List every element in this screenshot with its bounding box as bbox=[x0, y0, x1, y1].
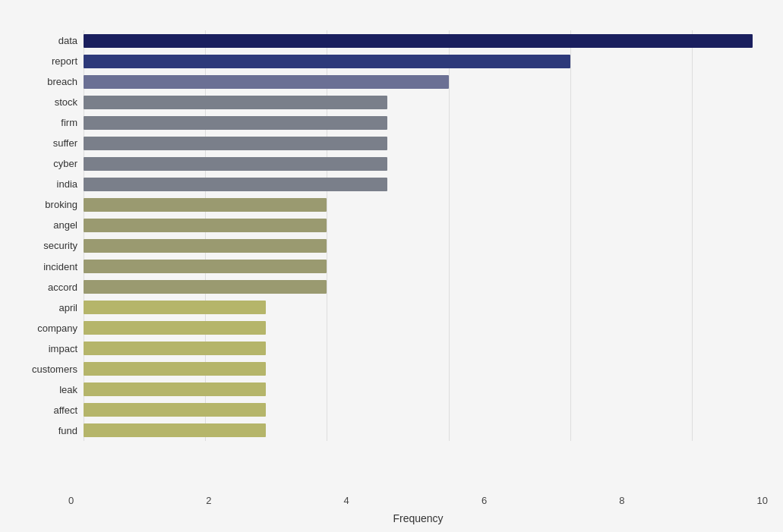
x-tick: 6 bbox=[481, 495, 487, 506]
x-tick: 2 bbox=[206, 495, 211, 506]
grid-line bbox=[449, 30, 450, 441]
y-label: report bbox=[15, 56, 77, 66]
bar-incident bbox=[84, 260, 327, 273]
bar-row bbox=[84, 197, 753, 213]
bar-row bbox=[84, 176, 753, 193]
y-label: accord bbox=[15, 282, 77, 292]
grid-line bbox=[84, 30, 84, 441]
bar-impact bbox=[84, 342, 266, 355]
y-label: customers bbox=[15, 364, 77, 374]
bar-row bbox=[84, 94, 753, 111]
bars-grid bbox=[84, 30, 753, 441]
y-label: data bbox=[15, 36, 77, 46]
x-tick: 4 bbox=[344, 495, 349, 506]
y-label: incident bbox=[15, 262, 77, 272]
bar-data bbox=[84, 34, 753, 48]
bar-accord bbox=[84, 280, 327, 294]
y-axis: datareportbreachstockfirmsuffercyberindi… bbox=[15, 30, 84, 441]
y-label: leak bbox=[15, 385, 77, 395]
bar-company bbox=[84, 321, 266, 335]
bar-firm bbox=[84, 116, 387, 130]
bar-row bbox=[84, 238, 753, 254]
bar-row bbox=[84, 422, 753, 439]
y-label: cyber bbox=[15, 159, 77, 168]
x-tick: 10 bbox=[756, 495, 767, 506]
y-label: india bbox=[15, 179, 77, 189]
chart-container: datareportbreachstockfirmsuffercyberindi… bbox=[0, 0, 783, 532]
y-label: angel bbox=[15, 220, 77, 230]
bar-row bbox=[84, 33, 753, 49]
y-label: impact bbox=[15, 344, 77, 354]
bar-suffer bbox=[84, 137, 387, 150]
bar-row bbox=[84, 401, 753, 418]
bar-row bbox=[84, 74, 753, 90]
bar-row bbox=[84, 279, 753, 295]
bar-security bbox=[84, 239, 327, 253]
y-label: affect bbox=[15, 405, 77, 415]
y-label: firm bbox=[15, 118, 77, 127]
x-axis-section: 0246810Frequency bbox=[68, 495, 768, 524]
bar-affect bbox=[84, 403, 266, 417]
bar-row bbox=[84, 53, 753, 70]
bar-row bbox=[84, 320, 753, 336]
bar-row bbox=[84, 360, 753, 377]
x-tick: 8 bbox=[619, 495, 624, 506]
bar-broking bbox=[84, 198, 327, 212]
bar-india bbox=[84, 178, 387, 191]
bar-angel bbox=[84, 219, 327, 232]
x-ticks: 0246810 bbox=[68, 495, 768, 506]
y-label: stock bbox=[15, 97, 77, 107]
bar-breach bbox=[84, 75, 449, 89]
grid-line bbox=[327, 30, 327, 441]
y-label: broking bbox=[15, 200, 77, 209]
bar-cyber bbox=[84, 157, 387, 171]
chart-area: datareportbreachstockfirmsuffercyberindi… bbox=[15, 30, 753, 441]
grid-line bbox=[692, 30, 693, 441]
y-label: suffer bbox=[15, 138, 77, 148]
bar-row bbox=[84, 156, 753, 172]
bar-row bbox=[84, 299, 753, 316]
bar-customers bbox=[84, 362, 266, 376]
bar-row bbox=[84, 115, 753, 131]
bar-row bbox=[84, 258, 753, 275]
y-label: security bbox=[15, 241, 77, 250]
bar-leak bbox=[84, 382, 266, 396]
bar-row bbox=[84, 217, 753, 234]
x-axis-title: Frequency bbox=[68, 512, 768, 524]
bar-stock bbox=[84, 96, 387, 109]
y-label: fund bbox=[15, 426, 77, 436]
bar-row bbox=[84, 135, 753, 152]
bar-row bbox=[84, 381, 753, 398]
bar-row bbox=[84, 340, 753, 357]
y-label: breach bbox=[15, 77, 77, 87]
bar-report bbox=[84, 55, 570, 68]
grid-line bbox=[570, 30, 571, 441]
grid-line bbox=[205, 30, 206, 441]
x-tick: 0 bbox=[68, 495, 74, 506]
bar-fund bbox=[84, 423, 266, 437]
y-label: company bbox=[15, 323, 77, 333]
y-label: april bbox=[15, 303, 77, 313]
bar-april bbox=[84, 301, 266, 314]
